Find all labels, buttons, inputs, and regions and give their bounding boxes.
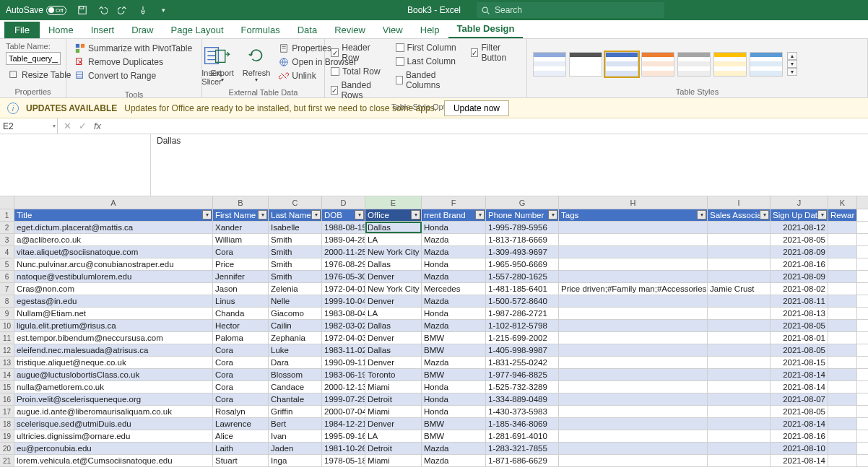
cell[interactable]: 1983-08-04 — [322, 308, 365, 319]
row-header[interactable]: 3 — [0, 234, 14, 245]
cell[interactable] — [828, 381, 857, 393]
cell[interactable]: 2021-08-14 — [771, 369, 828, 380]
cell[interactable]: 2021-08-07 — [771, 393, 828, 405]
cell[interactable]: 1-500-572-8640 — [486, 295, 559, 307]
row-header[interactable]: 4 — [0, 246, 14, 258]
cell[interactable]: Smith — [269, 246, 322, 258]
cell[interactable] — [708, 222, 771, 233]
cell[interactable]: Honda — [422, 308, 486, 319]
cell[interactable]: Lawrence — [213, 418, 269, 430]
row-header[interactable]: 16 — [0, 393, 14, 405]
cell[interactable] — [559, 357, 708, 368]
cell[interactable]: Inga — [269, 455, 322, 466]
cell[interactable]: 1982-03-02 — [322, 320, 365, 331]
cell[interactable] — [828, 271, 857, 282]
cell[interactable]: Miami — [365, 455, 422, 466]
col-header-I[interactable]: I — [708, 196, 771, 209]
cell[interactable] — [708, 443, 771, 454]
cell[interactable]: Hector — [213, 320, 269, 331]
filter-button[interactable]: ▾ — [697, 210, 706, 219]
cell[interactable] — [708, 418, 771, 430]
cell[interactable]: 1990-09-11 — [322, 357, 365, 368]
cell[interactable] — [559, 258, 708, 270]
cell[interactable]: Ivan — [269, 430, 322, 442]
cell[interactable] — [828, 430, 857, 442]
filter-button[interactable]: ▾ — [355, 210, 364, 219]
export-button[interactable]: Export▾ — [208, 42, 237, 87]
col-header-G[interactable]: G — [486, 196, 559, 209]
col-header-H[interactable]: H — [559, 196, 708, 209]
cell[interactable] — [559, 234, 708, 245]
cell[interactable]: a@aclibero.co.uk — [14, 234, 213, 245]
qat-dropdown-icon[interactable]: ▾ — [157, 4, 169, 16]
cell[interactable]: Honda — [422, 258, 486, 270]
cell[interactable]: Laith — [213, 443, 269, 454]
filter-button[interactable]: ▾ — [202, 210, 212, 219]
cell[interactable]: Bert — [269, 418, 322, 430]
col-header-K[interactable]: K — [828, 196, 857, 209]
formula-bar[interactable]: Dallas — [150, 134, 868, 196]
cell[interactable] — [559, 222, 708, 233]
cell[interactable]: New York City — [365, 246, 422, 258]
filter-button[interactable]: ▾ — [817, 210, 827, 219]
cell[interactable] — [708, 455, 771, 466]
cell[interactable] — [828, 406, 857, 417]
cell[interactable] — [708, 393, 771, 405]
convert-range-button[interactable]: Convert to Range — [72, 69, 195, 82]
cell[interactable]: New York City — [365, 283, 422, 295]
cell[interactable]: Detroit — [365, 443, 422, 454]
cell[interactable]: 1-977-946-8825 — [486, 369, 559, 380]
cell[interactable]: Giacomo — [269, 308, 322, 319]
cell[interactable] — [708, 258, 771, 270]
cell[interactable]: BMW — [422, 430, 486, 442]
cell[interactable]: Cora — [213, 393, 269, 405]
cell[interactable]: 2021-08-16 — [771, 430, 828, 442]
cell[interactable]: 2021-08-13 — [771, 308, 828, 319]
cell[interactable]: Dallas — [365, 344, 422, 356]
cell[interactable] — [708, 430, 771, 442]
cell[interactable]: vitae.aliquet@sociisnatoque.com — [14, 246, 213, 258]
tab-help[interactable]: Help — [412, 22, 448, 38]
filter-button[interactable]: ▾ — [411, 210, 420, 219]
cell[interactable]: 2000-12-13 — [322, 381, 365, 393]
row-header[interactable]: 13 — [0, 357, 14, 368]
cell[interactable]: scelerisque.sed@utmiDuis.edu — [14, 418, 213, 430]
header-cell[interactable]: Tags▾ — [559, 209, 708, 221]
chk-total-row[interactable]: Total Row — [331, 66, 387, 77]
cell[interactable]: Jason — [213, 283, 269, 295]
cell[interactable] — [828, 234, 857, 245]
cell[interactable]: Mazda — [422, 455, 486, 466]
cell[interactable]: est.tempor.bibendum@neccursusa.com — [14, 332, 213, 344]
refresh-button[interactable]: Refresh▾ — [240, 42, 274, 87]
redo-icon[interactable] — [117, 4, 129, 16]
row-header[interactable]: 17 — [0, 406, 14, 417]
chk-header-row[interactable]: Header Row — [331, 42, 387, 64]
cell[interactable] — [708, 320, 771, 331]
cell[interactable] — [708, 271, 771, 282]
undo-icon[interactable] — [97, 4, 108, 16]
table-style-2[interactable] — [605, 52, 638, 77]
row-header[interactable]: 1 — [0, 209, 14, 221]
cell[interactable] — [828, 443, 857, 454]
cell[interactable]: augue.id.ante@liberomaurisaliquam.co.uk — [14, 406, 213, 417]
cell[interactable]: Honda — [422, 381, 486, 393]
worksheet[interactable]: ABCDEFGHIJK 1Title▾First Name▾Last Name▾… — [0, 196, 868, 467]
cell[interactable] — [828, 258, 857, 270]
cell[interactable]: Nullam@Etiam.net — [14, 308, 213, 319]
cell[interactable]: 1999-07-29 — [322, 393, 365, 405]
cell[interactable]: BMW — [422, 344, 486, 356]
tab-home[interactable]: Home — [40, 22, 82, 38]
cell[interactable]: Denver — [365, 271, 422, 282]
autosave-toggle[interactable]: Off — [46, 6, 66, 15]
cell[interactable]: Honda — [422, 222, 486, 233]
cell[interactable]: Chanda — [213, 308, 269, 319]
cell[interactable]: 1-987-286-2721 — [486, 308, 559, 319]
header-cell[interactable]: Phone Number▾ — [486, 209, 559, 221]
row-header[interactable]: 12 — [0, 344, 14, 356]
cell[interactable]: ligula.elit.pretium@risus.ca — [14, 320, 213, 331]
row-header[interactable]: 10 — [0, 320, 14, 331]
cell[interactable]: Griffin — [269, 406, 322, 417]
cell[interactable]: Dara — [269, 357, 322, 368]
gallery-scroll[interactable]: ▴▾▾ — [787, 52, 797, 76]
cell[interactable]: 1-185-346-8069 — [486, 418, 559, 430]
